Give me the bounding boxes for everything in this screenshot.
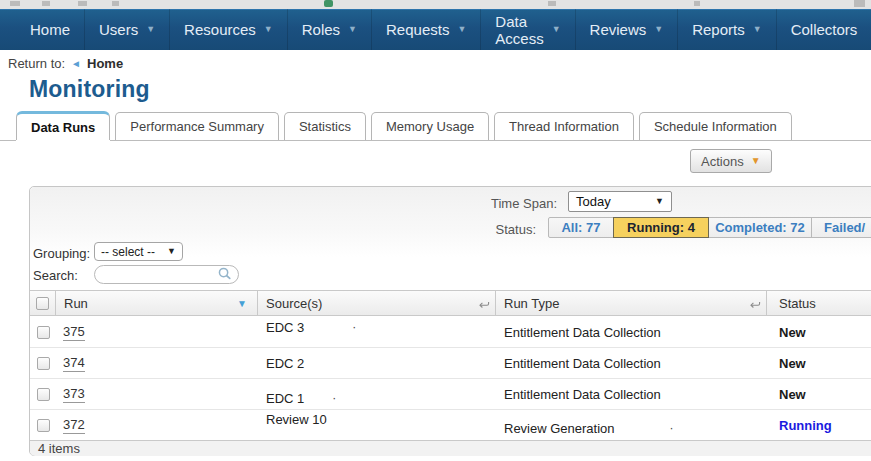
status-value: New <box>779 356 806 371</box>
status-filter-running[interactable]: Running: 4 <box>613 217 709 238</box>
filters-section: Time Span: Today ▼ Status: All: 77 Runni… <box>30 187 871 290</box>
page-title: Monitoring <box>29 76 150 103</box>
grouping-label: Grouping: <box>33 246 90 261</box>
tab-thread-information[interactable]: Thread Information <box>494 112 634 140</box>
table-header: Run ▼ Source(s) Run Type Status <box>30 290 871 316</box>
status-filter-group: All: 77 Running: 4 Completed: 72 Failed/ <box>548 217 871 238</box>
chevron-down-icon: ▼ <box>146 25 155 34</box>
run-id-link[interactable]: 374 <box>63 355 85 372</box>
row-checkbox[interactable] <box>37 357 50 370</box>
status-value: New <box>779 325 806 340</box>
nav-item-resources[interactable]: Resources▼ <box>169 9 287 50</box>
chevron-down-icon: ▼ <box>654 25 663 34</box>
items-count: 4 items <box>38 441 80 456</box>
column-header-run-type[interactable]: Run Type <box>496 291 767 315</box>
run-id-link[interactable]: 375 <box>63 324 85 341</box>
table-row: 375 EDC 3· Entitlement Data Collection N… <box>30 317 871 348</box>
nav-item-requests[interactable]: Requests▼ <box>371 9 480 50</box>
browser-artifact <box>42 1 50 6</box>
run-type-value: Entitlement Data Collection <box>504 325 661 340</box>
chevron-down-icon: ▼ <box>348 25 357 34</box>
tab-performance-summary[interactable]: Performance Summary <box>115 112 279 140</box>
column-handle-icon <box>478 298 490 313</box>
time-span-select[interactable]: Today ▼ <box>568 191 672 212</box>
browser-artifact <box>10 1 20 6</box>
column-header-status[interactable]: Status <box>767 291 871 315</box>
run-id-link[interactable]: 373 <box>63 386 85 403</box>
chevron-down-icon: ▼ <box>264 25 273 34</box>
table-row: 372 Review 10 Review Generation· Running <box>30 410 871 441</box>
tab-data-runs[interactable]: Data Runs <box>16 111 110 140</box>
run-id-link[interactable]: 372 <box>63 417 85 434</box>
table-footer: 4 items <box>30 440 871 456</box>
search-box <box>94 264 239 283</box>
tab-bar: Data Runs Performance Summary Statistics… <box>16 112 792 140</box>
nav-item-data-access[interactable]: Data Access▼ <box>480 9 574 50</box>
nav-item-reports[interactable]: Reports▼ <box>677 9 775 50</box>
tab-memory-usage[interactable]: Memory Usage <box>371 112 489 140</box>
source-value: EDC 3 <box>266 320 304 335</box>
chevron-down-icon: ▼ <box>751 156 761 166</box>
nav-item-reviews[interactable]: Reviews▼ <box>575 9 678 50</box>
tab-statistics[interactable]: Statistics <box>284 112 366 140</box>
nav-item-home[interactable]: Home <box>16 9 84 50</box>
sort-desc-icon: ▼ <box>237 298 247 309</box>
column-handle-icon <box>749 298 761 313</box>
run-type-value: Entitlement Data Collection <box>504 387 661 402</box>
status-filter-completed[interactable]: Completed: 72 <box>708 217 812 238</box>
browser-artifact <box>854 0 865 7</box>
breadcrumb: Return to: ◄ Home <box>8 56 123 71</box>
chevron-down-icon: ▼ <box>753 25 762 34</box>
redaction-dot: · <box>332 391 336 405</box>
run-type-value: Entitlement Data Collection <box>504 356 661 371</box>
tabs-divider <box>0 140 871 141</box>
search-icon[interactable] <box>217 266 232 285</box>
status-filter-label: Status: <box>450 222 536 237</box>
browser-artifact <box>78 1 87 6</box>
tab-schedule-information[interactable]: Schedule Information <box>639 112 792 140</box>
nav-item-collectors[interactable]: Collectors <box>776 9 871 50</box>
table-row: 374 EDC 2 Entitlement Data Collection Ne… <box>30 348 871 379</box>
chevron-down-icon: ▼ <box>655 197 664 206</box>
select-all-cell <box>30 291 56 315</box>
source-value: EDC 2 <box>266 356 304 371</box>
source-value: Review 10 <box>266 412 327 427</box>
browser-artifact <box>112 1 119 6</box>
grouping-select[interactable]: -- select -- ▼ <box>94 242 183 261</box>
browser-artifact <box>548 1 556 6</box>
chevron-down-icon: ▼ <box>552 25 561 34</box>
select-all-checkbox[interactable] <box>36 297 49 310</box>
return-arrow-icon: ◄ <box>71 58 81 69</box>
return-to-label: Return to: <box>8 56 65 71</box>
source-value: EDC 1 <box>266 391 304 406</box>
time-span-label: Time Span: <box>450 196 557 211</box>
browser-artifact <box>694 1 700 6</box>
redaction-dot: · <box>352 320 356 334</box>
row-checkbox[interactable] <box>37 326 50 339</box>
search-label: Search: <box>33 268 78 283</box>
status-value: Running <box>779 418 832 433</box>
column-header-run[interactable]: Run ▼ <box>56 291 258 315</box>
column-header-sources[interactable]: Source(s) <box>258 291 496 315</box>
application-window: Home Users▼ Resources▼ Roles▼ Requests▼ … <box>0 0 871 461</box>
data-runs-panel: Time Span: Today ▼ Status: All: 77 Runni… <box>29 186 871 456</box>
redaction-dot: · <box>670 421 674 435</box>
row-checkbox[interactable] <box>37 388 50 401</box>
chevron-down-icon: ▼ <box>167 247 176 256</box>
run-type-value: Review Generation <box>504 421 615 436</box>
status-value: New <box>779 387 806 402</box>
main-navbar: Home Users▼ Resources▼ Roles▼ Requests▼ … <box>0 9 871 50</box>
browser-favicon-artifact <box>324 0 333 7</box>
status-filter-all[interactable]: All: 77 <box>548 217 614 238</box>
row-checkbox[interactable] <box>37 419 50 432</box>
table-row: 373 EDC 1· Entitlement Data Collection N… <box>30 379 871 410</box>
actions-button[interactable]: Actions ▼ <box>690 149 772 173</box>
nav-item-roles[interactable]: Roles▼ <box>287 9 371 50</box>
browser-edge-strip <box>0 0 871 9</box>
nav-item-users[interactable]: Users▼ <box>84 9 169 50</box>
table-body: 375 EDC 3· Entitlement Data Collection N… <box>30 317 871 441</box>
chevron-down-icon: ▼ <box>457 25 466 34</box>
return-home-link[interactable]: Home <box>87 56 123 71</box>
status-filter-failed[interactable]: Failed/ <box>811 217 871 238</box>
